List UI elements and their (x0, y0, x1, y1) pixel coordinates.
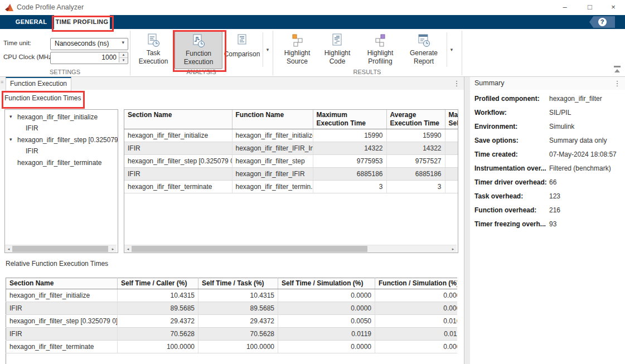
table-cell: hexagon_ifir_filter_terminate (6, 341, 118, 353)
tab-time-profiling[interactable]: TIME PROFILING (54, 15, 110, 29)
section-title-function-execution-times: Function Execution Times (4, 94, 81, 102)
column-header[interactable]: Section Name (124, 110, 232, 129)
chevron-down-icon: ▾ (267, 47, 269, 52)
column-header[interactable]: Section Name (6, 278, 118, 289)
execution-times-table: Section NameFunction NameMaximumExecutio… (124, 110, 458, 239)
tree-expander-icon[interactable]: ▾ (9, 137, 12, 142)
scroll-left-icon[interactable]: ◂ (124, 245, 132, 253)
summary-row: Environment:Simulink (470, 123, 625, 137)
help-button[interactable]: ? (589, 16, 615, 28)
summary-title: Summary (474, 79, 504, 87)
function-execution-button[interactable]: FunctionExecution (175, 31, 222, 69)
table-cell: hexagon_ifir_filter_initialize (6, 289, 118, 302)
column-header[interactable]: Self Time / Task (%) (198, 278, 278, 289)
table-cell (445, 142, 458, 155)
tree-expander-icon[interactable]: ▾ (9, 114, 12, 119)
summary-row-value: SIL/PIL (549, 109, 571, 123)
generate-report-icon (403, 31, 444, 49)
table-row[interactable]: hexagon_ifir_filter_initialize10.431510.… (6, 289, 458, 302)
tab-function-execution[interactable]: Function Execution (6, 77, 71, 91)
table-filler-cell (6, 353, 458, 364)
column-header[interactable]: Self Time / Simulation (%) (278, 278, 375, 289)
function-tree: ◂ ▸ ▾hexagon_ifir_filter_initializeIFIR▾… (4, 109, 118, 253)
tree-horizontal-scrollbar[interactable]: ◂ ▸ (5, 245, 117, 253)
cpu-clock-field[interactable]: 1000 ▲ ▼ (50, 52, 128, 64)
close-button[interactable]: × (602, 0, 625, 15)
time-unit-dropdown[interactable]: Nanoseconds (ns) ▾ (50, 38, 128, 50)
table-row[interactable]: IFIR89.568589.56850.00000.0000 (6, 302, 458, 315)
results-gallery-dropdown[interactable]: ▾ (447, 32, 456, 67)
table-cell: 9757527 (386, 155, 445, 168)
column-header[interactable]: Function Name (232, 110, 313, 129)
table-row[interactable]: hexagon_ifir_filter_step [0.325079 0]hex… (124, 155, 458, 168)
highlight-source-button[interactable]: HighlightSource (278, 31, 316, 68)
table-cell: 0.0119 (375, 328, 458, 341)
generate-report-button[interactable]: GenerateReport (403, 31, 444, 68)
summary-row: Timer driver overhead:66 (470, 178, 625, 192)
tab-general[interactable]: GENERAL (11, 15, 51, 29)
tree-item[interactable]: IFIR (5, 146, 118, 157)
summary-row-value: 216 (549, 206, 560, 220)
column-header[interactable]: Function / Simulation (%) (375, 278, 458, 289)
grip-icon[interactable]: ≡ (1, 81, 4, 83)
summary-row: Workflow:SIL/PIL (470, 109, 625, 123)
analysis-section-label: ANALYSIS (130, 69, 273, 76)
column-header-text: Execution Time (317, 119, 383, 128)
highlight-code-button[interactable]: HighlightCode (318, 31, 356, 68)
summary-menu-button[interactable]: ⋮ (613, 79, 621, 89)
column-header-text: Function / Simulation (%) (379, 279, 457, 288)
scrollbar-thumb[interactable] (132, 246, 367, 252)
title-bar: Code Profile Analyzer – □ × (0, 0, 625, 16)
table-row[interactable]: hexagon_ifir_filter_terminatehexagon_ifi… (124, 181, 458, 193)
table-cell (445, 129, 458, 142)
column-header[interactable]: MaSel (445, 110, 458, 129)
minimize-button[interactable]: – (553, 0, 576, 15)
tree-item[interactable]: IFIR (5, 123, 118, 134)
spin-down-icon[interactable]: ▼ (119, 58, 128, 63)
cpu-clock-label: CPU Clock (MHz): (3, 54, 56, 60)
column-header[interactable]: Self Time / Caller (%) (118, 278, 198, 289)
scroll-right-icon[interactable]: ▸ (109, 245, 117, 253)
table-cell: 0.0050 (278, 315, 375, 328)
column-header-text: Ma (449, 111, 459, 119)
highlight-code-icon (318, 31, 356, 49)
table-cell: hexagon_ifir_filter_step (232, 155, 313, 168)
tree-item[interactable]: ▾hexagon_ifir_filter_initialize (5, 112, 118, 123)
tree-item[interactable]: ▾hexagon_ifir_filter_step [0.325079 0] (5, 135, 118, 146)
scroll-left-icon[interactable]: ◂ (5, 245, 12, 253)
panel-menu-button[interactable]: ⋮ (453, 79, 461, 89)
table-filler-cell (124, 193, 458, 240)
cpu-clock-stepper: ▲ ▼ (119, 52, 128, 62)
table-row[interactable]: hexagon_ifir_filter_step [0.325079 0]29.… (6, 315, 458, 328)
tree-item[interactable]: hexagon_ifir_filter_terminate (5, 158, 118, 169)
table-row[interactable]: IFIR70.562870.56280.01190.0119 (6, 328, 458, 341)
table-row[interactable]: IFIRhexagon_ifir_filter_IFIR_Init1432214… (124, 142, 458, 155)
summary-row-value: Filtered (benchmark) (549, 164, 611, 178)
comparison-button[interactable]: Comparison (224, 31, 260, 68)
table-horizontal-scrollbar[interactable]: ◂ ▸ (124, 245, 457, 253)
summary-row-label: Timer freezing overh... (470, 220, 549, 234)
table-row[interactable]: IFIRhexagon_ifir_filter_IFIR688518668851… (124, 168, 458, 181)
task-execution-button[interactable]: TaskExecution (135, 31, 171, 68)
table-cell: IFIR (124, 168, 232, 181)
table-cell: hexagon_ifir_filter_initialize (124, 129, 232, 142)
spin-up-icon[interactable]: ▲ (119, 52, 128, 58)
table-row[interactable]: hexagon_ifir_filter_terminate100.0000100… (6, 341, 458, 353)
summary-rows: Profiled component:hexagon_ifir_filterWo… (470, 95, 625, 234)
tree-item-label: hexagon_ifir_filter_step [0.325079 0] (17, 136, 118, 144)
scroll-right-icon[interactable]: ▸ (449, 245, 457, 253)
table-cell: 100.0000 (198, 341, 278, 353)
maximize-button[interactable]: □ (578, 0, 602, 15)
column-header[interactable]: AverageExecution Time (386, 110, 445, 129)
table-cell: hexagon_ifir_filter_IFIR (232, 168, 313, 181)
collapse-toolstrip-button[interactable] (612, 66, 623, 75)
analysis-gallery-dropdown[interactable]: ▾ (263, 32, 272, 67)
button-label: Execution (175, 58, 222, 66)
cpu-clock-value: 1000 (101, 54, 117, 61)
scrollbar-thumb[interactable] (12, 246, 108, 252)
highlight-profiling-button[interactable]: HighlightProfiling (360, 31, 401, 68)
table-row[interactable]: hexagon_ifir_filter_initializehexagon_if… (124, 129, 458, 142)
table-cell: 15990 (313, 129, 386, 142)
collapse-icon (614, 66, 621, 67)
column-header[interactable]: MaximumExecution Time (313, 110, 386, 129)
